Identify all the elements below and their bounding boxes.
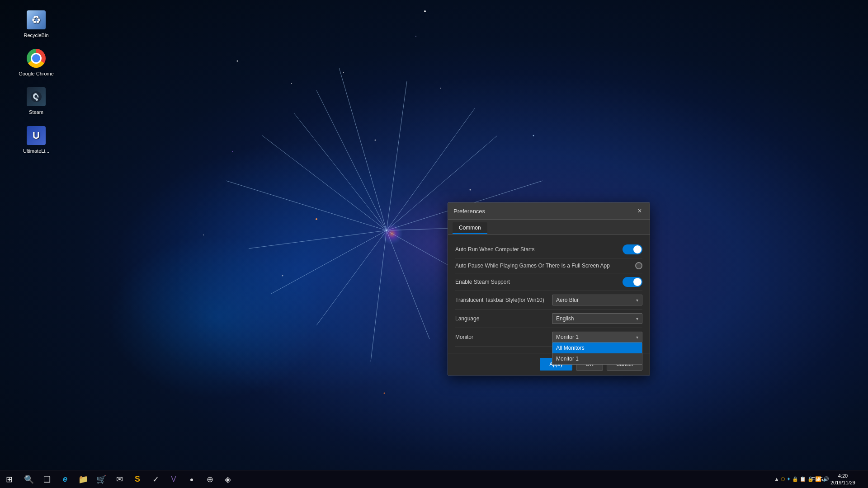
monitor-option-all[interactable]: All Monitors xyxy=(552,343,642,353)
google-chrome-label: Google Chrome xyxy=(19,71,54,77)
tray-icon-4[interactable]: 🔒 xyxy=(792,476,798,482)
recycle-bin-label: RecycleBin xyxy=(24,33,48,38)
language-value: English xyxy=(556,315,574,322)
svg-point-20 xyxy=(424,10,426,12)
taskbar-clock[interactable]: 4:20 2019/11/29 xyxy=(827,473,859,486)
taskbar-style-dropdown[interactable]: Aero Blur ▾ xyxy=(552,295,642,305)
tray-icon-2[interactable]: ⬡ xyxy=(781,476,785,482)
recycle-bin-icon[interactable]: ♻ RecycleBin xyxy=(18,9,54,38)
setting-language: Language English ▾ xyxy=(455,310,642,328)
taskbar-system-tray-icons: ▲ ⬡ ✦ 🔒 📋 🔒 📶 🔊 xyxy=(795,471,808,488)
dialog-body: Auto Run When Computer Starts Auto Pause… xyxy=(448,235,650,353)
tray-icon-1[interactable]: ▲ xyxy=(774,476,779,483)
taskbar-pinned-icons: 🔍 ❑ e 📁 🛒 ✉ S ✓ V ● ⊕ ◈ xyxy=(20,471,236,488)
taskbar-mail-icon[interactable]: ✉ xyxy=(111,471,128,488)
svg-point-25 xyxy=(470,189,471,191)
auto-pause-radio[interactable] xyxy=(635,262,642,269)
setting-steam-support: Enable Steam Support xyxy=(455,273,642,291)
svg-point-26 xyxy=(316,218,317,220)
dialog-titlebar: Preferences × xyxy=(448,203,650,220)
preferences-dialog: Preferences × Common Auto Run When Compu… xyxy=(448,202,650,375)
taskbar-style-label: Translucent Taskbar Style(for Win10) xyxy=(455,297,552,303)
svg-point-1 xyxy=(35,95,38,98)
svg-line-17 xyxy=(226,181,387,230)
taskbar-style-arrow: ▾ xyxy=(636,298,638,303)
svg-point-28 xyxy=(232,151,233,152)
taskbar-search-icon[interactable]: 🔍 xyxy=(20,471,38,488)
desktop: ♻ RecycleBin Google Chrome Steam xyxy=(0,0,868,488)
svg-line-14 xyxy=(316,230,387,325)
steam-support-label: Enable Steam Support xyxy=(455,279,623,285)
taskbar-todo-icon[interactable]: ✓ xyxy=(147,471,164,488)
monitor-value: Monitor 1 xyxy=(556,334,579,340)
taskbar-date-value: 2019/11/29 xyxy=(830,479,855,486)
svg-line-16 xyxy=(249,230,387,249)
svg-line-4 xyxy=(316,90,387,230)
svg-line-13 xyxy=(371,230,387,361)
svg-line-5 xyxy=(339,68,387,230)
recycle-bin-graphic: ♻ xyxy=(27,10,46,29)
google-chrome-icon[interactable]: Google Chrome xyxy=(18,47,54,77)
taskbar-show-desktop[interactable] xyxy=(861,471,864,488)
setting-taskbar-style: Translucent Taskbar Style(for Win10) Aer… xyxy=(455,291,642,310)
dialog-title: Preferences xyxy=(453,208,485,215)
svg-point-30 xyxy=(384,393,385,394)
chrome-graphic xyxy=(27,49,46,68)
language-dropdown[interactable]: English ▾ xyxy=(552,313,642,324)
steam-label: Steam xyxy=(29,109,43,115)
dialog-close-button[interactable]: × xyxy=(635,206,644,216)
svg-point-3 xyxy=(332,176,441,285)
svg-point-23 xyxy=(375,140,376,141)
svg-line-12 xyxy=(387,230,429,339)
taskbar-vs-icon[interactable]: V xyxy=(165,471,182,488)
setting-auto-run: Auto Run When Computer Starts xyxy=(455,241,642,258)
ultimate-li-label: UltimateLi... xyxy=(23,148,49,154)
monitor-option-1[interactable]: Monitor 1 xyxy=(552,353,642,364)
monitor-dropdown[interactable]: Monitor 1 ▾ xyxy=(552,332,642,343)
svg-point-24 xyxy=(440,88,441,89)
taskbar-right: ▲ ⬡ ✦ 🔒 📋 🔒 📶 🔊 ENG 4:20 2019/11/29 xyxy=(795,471,868,488)
auto-run-toggle[interactable] xyxy=(623,244,642,254)
svg-line-19 xyxy=(294,113,387,230)
language-label: Language xyxy=(455,315,552,322)
setting-auto-pause: Auto Pause While Playing Games Or There … xyxy=(455,258,642,273)
monitor-label: Monitor xyxy=(455,334,552,340)
taskbar-explorer-icon[interactable]: 📁 xyxy=(75,471,92,488)
tray-icon-5[interactable]: 📋 xyxy=(800,476,806,482)
auto-pause-label: Auto Pause While Playing Games Or There … xyxy=(455,263,635,269)
language-arrow: ▾ xyxy=(636,316,638,321)
steam-icon[interactable]: Steam xyxy=(18,86,54,115)
svg-point-33 xyxy=(343,72,344,73)
svg-line-6 xyxy=(387,81,407,230)
monitor-dropdown-list: All Monitors Monitor 1 xyxy=(552,343,642,365)
svg-point-29 xyxy=(282,275,283,277)
auto-run-label: Auto Run When Computer Starts xyxy=(455,246,623,253)
svg-rect-2 xyxy=(0,0,868,488)
start-button[interactable]: ⊞ xyxy=(0,470,18,488)
desktop-icons-area: ♻ RecycleBin Google Chrome Steam xyxy=(18,9,54,154)
ultimate-li-icon[interactable]: U UltimateLi... xyxy=(18,125,54,154)
setting-monitor: Monitor Monitor 1 ▾ All Monitors Monitor… xyxy=(455,328,642,347)
svg-point-32 xyxy=(533,135,534,136)
taskbar-style-value: Aero Blur xyxy=(556,297,579,303)
svg-point-34 xyxy=(415,36,416,37)
tray-icon-3[interactable]: ✦ xyxy=(787,476,791,482)
svg-point-21 xyxy=(237,61,238,62)
svg-line-18 xyxy=(262,136,387,230)
taskbar-app1-icon[interactable]: ⊕ xyxy=(201,471,218,488)
taskbar-language[interactable]: ENG xyxy=(810,476,825,483)
svg-point-27 xyxy=(203,235,204,235)
steam-support-toggle[interactable] xyxy=(623,277,642,287)
start-icon: ⊞ xyxy=(6,474,13,484)
taskbar-chrome-taskbar-icon[interactable]: ● xyxy=(183,471,200,488)
monitor-arrow: ▾ xyxy=(636,335,638,340)
taskbar-app2-icon[interactable]: ◈ xyxy=(219,471,236,488)
svg-line-15 xyxy=(271,230,387,294)
monitor-dropdown-container: Monitor 1 ▾ All Monitors Monitor 1 xyxy=(552,332,642,343)
dialog-tabs: Common xyxy=(448,220,650,235)
taskbar-taskview-icon[interactable]: ❑ xyxy=(38,471,56,488)
taskbar-store-icon[interactable]: 🛒 xyxy=(93,471,110,488)
tab-common[interactable]: Common xyxy=(453,222,487,234)
taskbar-edge-icon[interactable]: e xyxy=(57,471,74,488)
taskbar-supercopier-icon[interactable]: S xyxy=(129,471,146,488)
